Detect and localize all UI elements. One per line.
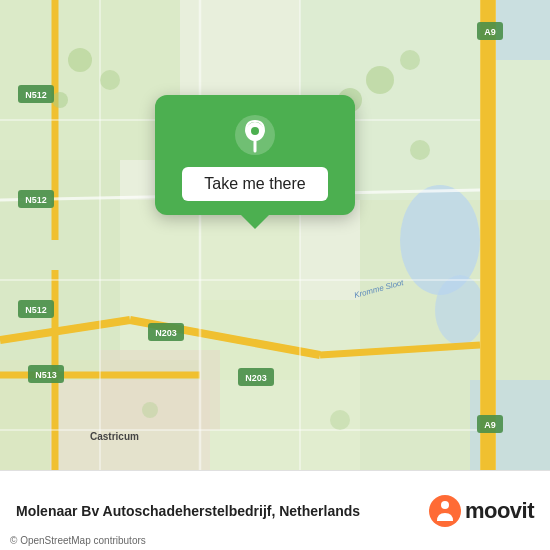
svg-point-32 [366, 66, 394, 94]
svg-rect-15 [481, 0, 495, 470]
svg-rect-13 [100, 350, 220, 430]
moovit-logo: moovit [429, 495, 534, 527]
svg-point-58 [251, 127, 259, 135]
svg-point-33 [400, 50, 420, 70]
moovit-text: moovit [465, 498, 534, 524]
svg-text:A9: A9 [484, 420, 496, 430]
svg-point-37 [330, 410, 350, 430]
osm-credit: © OpenStreetMap contributors [10, 535, 146, 546]
info-bar: © OpenStreetMap contributors Molenaar Bv… [0, 470, 550, 550]
svg-text:N512: N512 [25, 305, 47, 315]
svg-text:N203: N203 [155, 328, 177, 338]
svg-point-31 [52, 92, 68, 108]
svg-text:A9: A9 [484, 27, 496, 37]
svg-point-35 [410, 140, 430, 160]
svg-text:N513: N513 [35, 370, 57, 380]
svg-point-9 [435, 275, 485, 345]
svg-point-60 [441, 501, 449, 509]
svg-text:Castricum: Castricum [90, 431, 139, 442]
svg-rect-5 [200, 300, 360, 470]
business-info: © OpenStreetMap contributors Molenaar Bv… [16, 503, 429, 519]
svg-point-36 [142, 402, 158, 418]
moovit-icon [429, 495, 461, 527]
business-name: Molenaar Bv Autoschadeherstelbedrijf, Ne… [16, 503, 429, 519]
location-pin-icon [233, 113, 277, 157]
svg-text:N512: N512 [25, 90, 47, 100]
svg-rect-1 [0, 0, 180, 160]
take-me-there-button[interactable]: Take me there [182, 167, 327, 201]
svg-text:N512: N512 [25, 195, 47, 205]
svg-point-30 [100, 70, 120, 90]
svg-text:N203: N203 [245, 373, 267, 383]
svg-point-29 [68, 48, 92, 72]
map-container: N512 N512 N512 N513 N203 N203 A9 A9 Krom… [0, 0, 550, 470]
map-popup: Take me there [155, 95, 355, 215]
svg-point-59 [429, 495, 461, 527]
